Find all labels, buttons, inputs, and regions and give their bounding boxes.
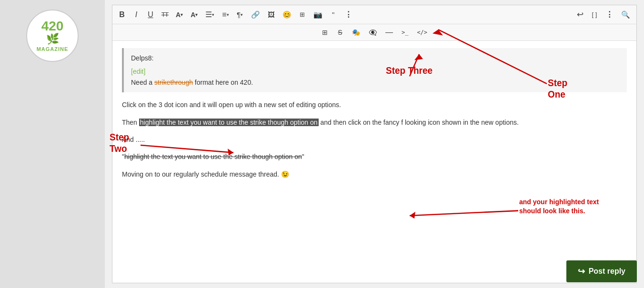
- terminal-button[interactable]: >_: [399, 28, 411, 37]
- toolbar-right: ↩ [ ] ⋮ 🔍: [574, 8, 633, 21]
- bold-button[interactable]: B: [116, 9, 128, 20]
- brackets-button[interactable]: [ ]: [589, 10, 600, 20]
- logo-magazine: MAGAZINE: [37, 46, 69, 52]
- paragraph-2-before: Then: [122, 119, 139, 126]
- quote-block: Delps8: [edit] Need a strikethrough form…: [122, 48, 627, 92]
- highlighted-text: highlight the text you want to use the s…: [139, 119, 319, 126]
- paragraph-3: And .....: [122, 134, 627, 145]
- toolbar-row2: ⊞ S 🎭 👁‍🗨 — >_ </>: [112, 24, 636, 41]
- paragraph-button[interactable]: ¶▾: [234, 9, 246, 20]
- italic-button[interactable]: I: [131, 9, 142, 20]
- edit-link[interactable]: [edit]: [131, 68, 145, 75]
- hr-button[interactable]: —: [383, 27, 395, 38]
- text-color-button[interactable]: A▾: [188, 10, 200, 20]
- toolbar-row1: B I U T̶T̶ A▾ A▾ ☰▾ ≡▾ ¶▾ 🔗 🖼 😊 ⊞ 📷 " ⋮ …: [112, 5, 636, 24]
- align-button[interactable]: ≡▾: [220, 9, 231, 20]
- quote-author: Delps8:: [131, 53, 620, 63]
- page-wrapper: 420 🌿 MAGAZINE B I U T̶T̶ A▾ A▾ ☰▾ ≡▾ ¶▾…: [0, 0, 644, 288]
- logo: 420 🌿 MAGAZINE: [26, 10, 79, 62]
- more-button2[interactable]: ⋮: [603, 8, 616, 21]
- editor-body[interactable]: Delps8: [edit] Need a strikethrough form…: [112, 41, 636, 283]
- paragraph-5: Moving on to our regularly schedule mess…: [122, 169, 627, 179]
- post-reply-label: Post reply: [589, 267, 625, 276]
- logo-number: 420: [41, 20, 64, 33]
- table-button[interactable]: ⊞: [319, 27, 331, 38]
- media-button[interactable]: ⊞: [297, 10, 308, 20]
- preview-button[interactable]: 🔍: [619, 9, 633, 20]
- paragraph-4-suffix: ": [302, 153, 304, 160]
- main-content: B I U T̶T̶ A▾ A▾ ☰▾ ≡▾ ¶▾ 🔗 🖼 😊 ⊞ 📷 " ⋮ …: [105, 0, 644, 288]
- emoji-button[interactable]: 😊: [280, 9, 294, 20]
- quote-text: Need a strikethrough format here on 420.: [131, 77, 620, 88]
- paragraph-2: Then highlight the text you want to use …: [122, 117, 627, 128]
- paragraph-4: "highlight the text you want to use the …: [122, 151, 627, 162]
- code-button[interactable]: </>: [414, 28, 430, 37]
- editor-container: B I U T̶T̶ A▾ A▾ ☰▾ ≡▾ ¶▾ 🔗 🖼 😊 ⊞ 📷 " ⋮ …: [112, 5, 637, 283]
- paragraph-4-strike: highlight the text you want to use the s…: [124, 153, 302, 160]
- strikethrough2-button[interactable]: S: [334, 27, 346, 38]
- quote-button[interactable]: ": [328, 9, 339, 20]
- strikethrough-example: strikethrough: [154, 79, 193, 86]
- link-button[interactable]: 🔗: [249, 9, 262, 20]
- hide-button[interactable]: 👁‍🗨: [366, 27, 379, 38]
- post-reply-button[interactable]: ↩ Post reply: [566, 260, 637, 282]
- logo-leaf: 🌿: [46, 33, 59, 45]
- paragraph-1: Click on the 3 dot icon and it will open…: [122, 99, 627, 110]
- paragraph-2-after: and then click on the fancy f looking ic…: [319, 119, 519, 126]
- more-options-button[interactable]: ⋮: [342, 8, 355, 21]
- sidebar: 420 🌿 MAGAZINE: [0, 0, 105, 288]
- quote-edit-line: [edit]: [131, 66, 620, 77]
- camera-button[interactable]: 📷: [311, 9, 325, 20]
- image-button[interactable]: 🖼: [265, 9, 277, 20]
- list-button[interactable]: ☰▾: [203, 9, 217, 20]
- strikethrough-button[interactable]: T̶T̶: [159, 10, 171, 20]
- reply-arrow-icon: ↩: [578, 266, 585, 277]
- font-size-button[interactable]: A▾: [173, 10, 185, 20]
- undo-button[interactable]: ↩: [574, 8, 586, 21]
- mask-button[interactable]: 🎭: [350, 27, 362, 38]
- underline-button[interactable]: U: [145, 9, 156, 20]
